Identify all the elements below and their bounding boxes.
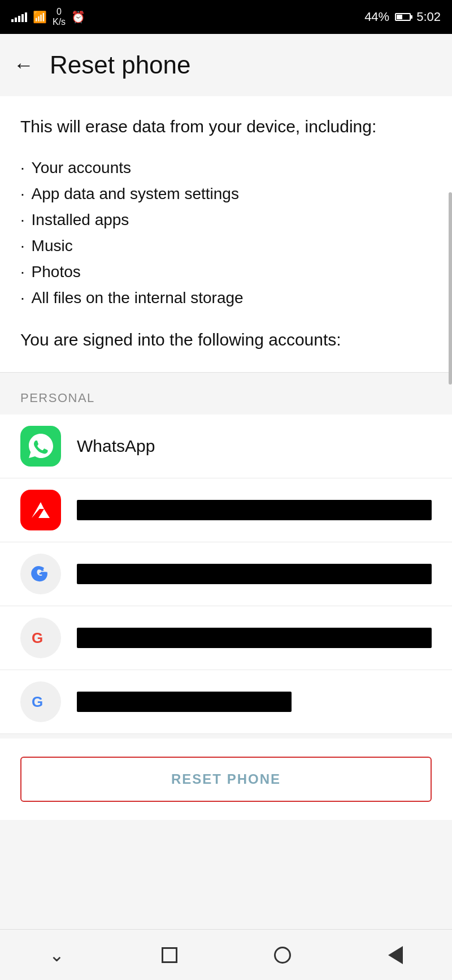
- account-row-google-3: G: [0, 670, 452, 734]
- page-title: Reset phone: [50, 51, 191, 79]
- nav-recents-button[interactable]: [373, 932, 418, 978]
- clock: 5:02: [416, 10, 441, 24]
- reset-button-area: RESET PHONE: [0, 739, 452, 820]
- svg-text:G: G: [32, 693, 43, 710]
- account-name-whatsapp: WhatsApp: [77, 437, 432, 456]
- status-left: 📶 0 K/s ⏰: [11, 7, 85, 27]
- status-right: 44% 5:02: [364, 10, 441, 24]
- account-row-google-2: G: [0, 606, 452, 670]
- redacted-email-google-2: [77, 628, 432, 648]
- account-row-whatsapp: WhatsApp: [0, 415, 452, 478]
- nav-bar: ⌄: [0, 929, 452, 980]
- google-app-icon-1: G: [20, 554, 61, 594]
- redacted-email-google-1: [77, 564, 432, 584]
- section-label: PERSONAL: [0, 377, 452, 415]
- back-triangle-icon: [388, 946, 403, 964]
- redacted-email-google-3: [77, 692, 292, 712]
- redacted-email-adobe: [77, 500, 432, 520]
- list-item: · App data and system settings: [20, 181, 432, 207]
- battery-percent: 44%: [364, 10, 389, 24]
- warning-text: This will erase data from your device, i…: [20, 114, 432, 139]
- google-app-icon-2: G: [20, 618, 61, 658]
- back-button[interactable]: ←: [14, 53, 34, 77]
- signal-icon: [11, 12, 27, 22]
- nav-back-button[interactable]: ⌄: [34, 932, 79, 978]
- list-item: · All files on the internal storage: [20, 285, 432, 311]
- status-bar: 📶 0 K/s ⏰ 44% 5:02: [0, 0, 452, 34]
- app-bar: ← Reset phone: [0, 34, 452, 96]
- whatsapp-app-icon: [20, 426, 61, 467]
- svg-text:G: G: [32, 629, 43, 646]
- list-item: · Music: [20, 233, 432, 259]
- nav-circle-button[interactable]: [260, 932, 305, 978]
- wifi-icon: 📶: [33, 10, 47, 24]
- google-app-icon-3: G: [20, 681, 61, 722]
- reset-phone-button[interactable]: RESET PHONE: [20, 757, 432, 802]
- speed-text: 0 K/s: [53, 7, 66, 27]
- adobe-app-icon: [20, 490, 61, 530]
- accounts-section: PERSONAL WhatsApp: [0, 373, 452, 820]
- nav-home-button[interactable]: [147, 932, 192, 978]
- content-top: This will erase data from your device, i…: [0, 96, 452, 373]
- account-row-google-1: G: [0, 542, 452, 606]
- battery-icon: [395, 13, 411, 21]
- list-item: · Your accounts: [20, 155, 432, 181]
- alarm-icon: ⏰: [71, 10, 85, 24]
- home-square-icon: [162, 947, 177, 963]
- erase-list: · Your accounts · App data and system se…: [20, 155, 432, 312]
- list-item: · Installed apps: [20, 207, 432, 233]
- signed-in-text: You are signed into the following accoun…: [20, 327, 432, 352]
- list-item: · Photos: [20, 259, 432, 285]
- scrollbar[interactable]: [449, 192, 452, 385]
- home-circle-icon: [274, 947, 291, 964]
- account-row-adobe: [0, 478, 452, 542]
